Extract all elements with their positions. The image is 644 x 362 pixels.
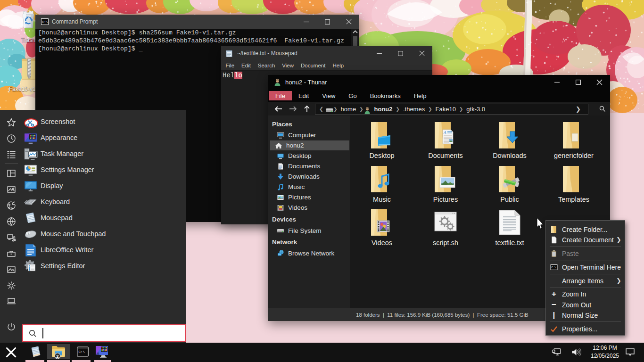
svg-text:C:\: C:\	[79, 350, 85, 354]
svg-text:A: A	[443, 130, 446, 135]
svg-text:C:\: C:\	[42, 20, 48, 24]
svg-text:C:\: C:\	[552, 266, 556, 269]
svg-text:2: 2	[56, 354, 58, 359]
